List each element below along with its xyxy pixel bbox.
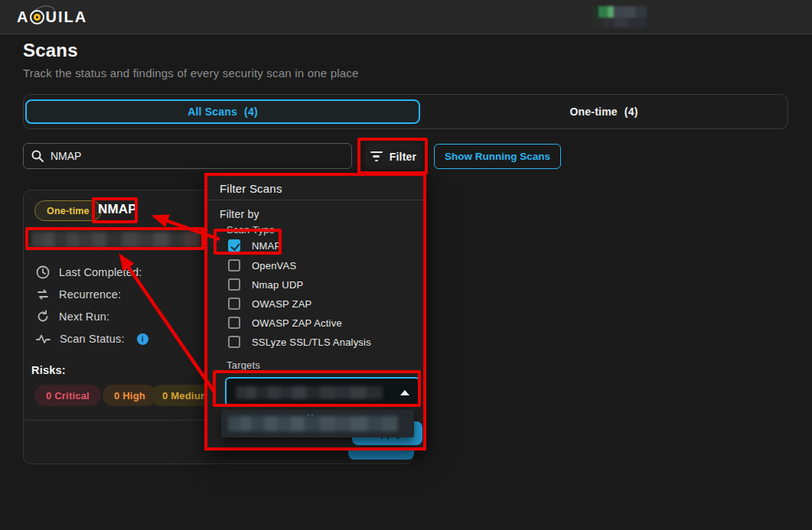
checkbox-row-openvas[interactable]: OpenVAS [228,258,296,273]
info-icon[interactable]: i [137,333,148,345]
logo-letters-uila: UILA [45,8,87,26]
checkbox-sslyze[interactable] [228,336,240,348]
filter-by-label: Filter by [220,208,259,220]
targets-dropdown-option[interactable]: ·· [221,410,414,437]
clock-icon [36,265,50,279]
scan-tabs: All Scans (4) One-time (4) [23,94,788,129]
risk-badge-high: 0 High [103,385,157,406]
checkbox-nmap-udp[interactable] [228,278,240,291]
risk-badge-critical: 0 Critical [34,385,101,406]
one-time-badge: One-time [34,200,102,221]
redacted-user-badge [592,6,647,28]
tab-one-time-count: (4) [624,106,638,118]
detail-scan-status: Scan Status: i [36,332,148,346]
tab-one-time[interactable]: One-time (4) [422,99,786,124]
logo-letter-a: A [17,8,29,26]
checkbox-owasp-zap-active[interactable] [228,317,240,329]
search-input[interactable] [51,150,344,162]
detail-label: Recurrence: [59,288,121,301]
page-title: Scans [23,40,78,61]
detail-label: Scan Status: [60,333,125,345]
redacted-target-value [236,386,383,399]
filter-icon [370,151,383,162]
chevron-up-icon [400,390,409,395]
scans-page: A UILA Scans Track the status and findin… [0,0,812,530]
show-running-scans-button[interactable]: Show Running Scans [434,144,561,169]
targets-label: Targets [227,359,260,371]
page-subtitle: Track the status and findings of every s… [23,67,359,80]
refresh-icon [36,310,50,324]
top-navbar: A UILA [0,0,812,34]
eye-icon [30,10,44,24]
detail-next-run: Next Run: [36,310,109,324]
checkbox-row-owasp-zap-active[interactable]: OWASP ZAP Active [228,315,342,330]
tab-all-scans-count: (4) [244,106,258,118]
detail-last-completed: Last Completed: [36,265,142,279]
search-bar [23,143,352,169]
filter-popup: Filter Scans Filter by Scan Type NMAP Op… [204,173,426,450]
filter-button[interactable]: Filter [365,144,422,169]
checkbox-owasp-zap[interactable] [228,298,240,310]
filter-button-label: Filter [390,151,416,163]
repeat-icon [36,288,50,301]
checkbox-row-owasp-zap[interactable]: OWASP ZAP [228,296,311,311]
scan-card-title: NMAP [98,202,137,217]
filter-popup-title: Filter Scans [220,182,282,195]
tab-one-time-label: One-time [570,106,618,118]
detail-recurrence: Recurrence: [36,288,121,301]
risks-label: Risks: [31,364,66,376]
tab-all-scans[interactable]: All Scans (4) [25,99,420,124]
popup-divider [207,200,423,200]
detail-label: Next Run: [59,311,109,323]
checkbox-row-nmap-udp[interactable]: Nmap UDP [228,277,303,292]
detail-label: Last Completed: [59,266,142,278]
checkbox-row-sslyze[interactable]: SSLyze SSL/TLS Analysis [228,334,371,350]
checkbox-openvas[interactable] [228,259,240,272]
checkbox-row-nmap[interactable]: NMAP [228,238,281,253]
scan-type-label: Scan Type [227,224,275,236]
redacted-target-option [228,416,398,431]
tab-all-scans-label: All Scans [188,106,237,118]
aquila-logo[interactable]: A UILA [17,0,87,34]
activity-icon [36,332,51,346]
search-icon [31,150,44,162]
redacted-scan-target [31,232,201,248]
checkbox-nmap-checked[interactable] [228,239,240,252]
targets-select[interactable] [225,377,420,406]
